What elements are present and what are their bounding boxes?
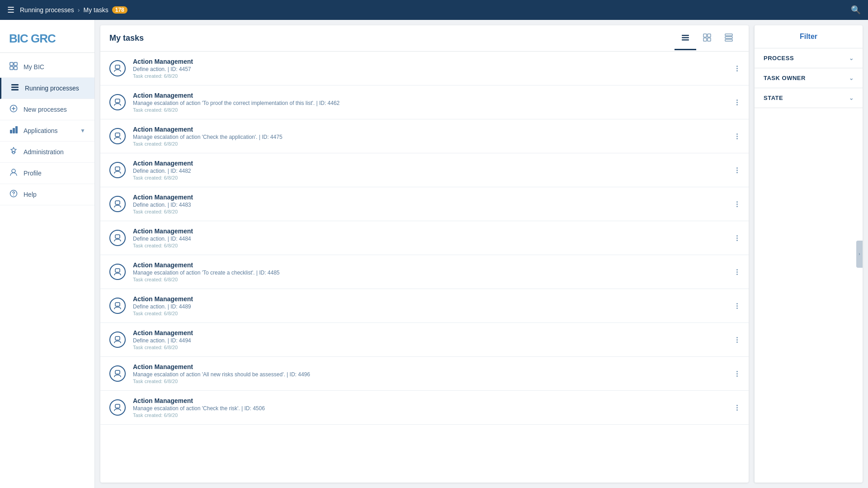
- task-item[interactable]: Action Management Manage escalation of a…: [100, 391, 749, 425]
- task-item[interactable]: Action Management Define action. | ID: 4…: [100, 323, 749, 357]
- sidebar-item-my-bic[interactable]: My BIC: [0, 57, 94, 78]
- svg-rect-30: [115, 235, 120, 238]
- task-item[interactable]: Action Management Manage escalation of a…: [100, 119, 749, 153]
- svg-rect-4: [11, 84, 19, 85]
- sidebar-label-help: Help: [24, 191, 37, 198]
- task-menu-button[interactable]: [735, 267, 740, 277]
- help-icon: [9, 190, 18, 199]
- filter-task-owner-toggle[interactable]: TASK OWNER ⌄: [755, 68, 863, 88]
- task-date: Task created: 6/8/20: [133, 379, 727, 384]
- svg-rect-35: [115, 404, 120, 408]
- task-date: Task created: 6/9/20: [133, 412, 727, 418]
- task-menu-button[interactable]: [735, 233, 740, 243]
- tab-settings-view[interactable]: [718, 27, 740, 50]
- task-menu-button[interactable]: [735, 403, 740, 412]
- task-avatar: [109, 399, 126, 416]
- task-date: Task created: 6/8/20: [133, 73, 727, 79]
- filter-state-label: STATE: [764, 95, 783, 101]
- task-item[interactable]: Action Management Define action. | ID: 4…: [100, 52, 749, 85]
- task-desc: Define action. | ID: 4484: [133, 236, 727, 242]
- filter-section-process: PROCESS ⌄: [755, 48, 863, 68]
- task-desc: Define action. | ID: 4457: [133, 66, 727, 72]
- running-processes-icon: [10, 83, 19, 93]
- task-date: Task created: 6/8/20: [133, 107, 727, 113]
- svg-rect-24: [725, 39, 732, 41]
- task-info: Action Management Manage escalation of a…: [133, 126, 727, 147]
- task-name: Action Management: [133, 58, 727, 65]
- sidebar-item-applications[interactable]: Applications ▼: [0, 120, 94, 142]
- task-menu-button[interactable]: [735, 132, 740, 141]
- sidebar-label-applications: Applications: [24, 127, 58, 134]
- filter-state-toggle[interactable]: STATE ⌄: [755, 88, 863, 108]
- task-info: Action Management Define action. | ID: 4…: [133, 295, 727, 316]
- sidebar-item-running-processes[interactable]: Running processes: [0, 78, 94, 99]
- sidebar-label-administration: Administration: [24, 148, 64, 156]
- task-menu-button[interactable]: [735, 64, 740, 73]
- tab-list-view[interactable]: [675, 27, 696, 50]
- task-name: Action Management: [133, 92, 727, 99]
- svg-rect-3: [14, 66, 17, 70]
- task-item[interactable]: Action Management Define action. | ID: 4…: [100, 289, 749, 323]
- task-desc: Manage escalation of action 'All new ris…: [133, 371, 727, 378]
- logo-grc: GRC: [28, 32, 56, 45]
- svg-rect-10: [15, 126, 18, 133]
- task-avatar: [109, 365, 126, 382]
- logo-bic: BIC: [9, 32, 28, 45]
- profile-icon: [9, 168, 18, 178]
- task-menu-button[interactable]: [735, 335, 740, 345]
- task-name: Action Management: [133, 261, 727, 269]
- task-menu-button[interactable]: [735, 369, 740, 379]
- sidebar-item-new-processes[interactable]: New processes: [0, 99, 94, 120]
- svg-rect-34: [115, 370, 120, 374]
- task-desc: Define action. | ID: 4483: [133, 202, 727, 208]
- filter-task-owner-label: TASK OWNER: [764, 75, 806, 81]
- svg-rect-8: [10, 130, 12, 133]
- administration-icon: [9, 147, 18, 157]
- breadcrumb-my-tasks[interactable]: My tasks: [84, 6, 108, 14]
- svg-point-12: [12, 169, 15, 173]
- task-avatar: [109, 298, 126, 314]
- tab-grid-view[interactable]: [696, 27, 718, 50]
- task-menu-button[interactable]: [735, 98, 740, 107]
- task-desc: Manage escalation of action 'To proof th…: [133, 100, 727, 106]
- task-item[interactable]: Action Management Manage escalation of a…: [100, 255, 749, 289]
- sidebar-item-profile[interactable]: Profile: [0, 163, 94, 184]
- task-date: Task created: 6/8/20: [133, 209, 727, 214]
- task-avatar: [109, 230, 126, 246]
- task-menu-button[interactable]: [735, 301, 740, 311]
- svg-rect-9: [13, 128, 15, 133]
- search-button[interactable]: 🔍: [851, 5, 861, 15]
- task-name: Action Management: [133, 160, 727, 167]
- task-item[interactable]: Action Management Manage escalation of a…: [100, 357, 749, 391]
- svg-rect-1: [14, 62, 17, 66]
- filter-process-toggle[interactable]: PROCESS ⌄: [755, 48, 863, 68]
- filter-process-label: PROCESS: [764, 55, 794, 62]
- task-item[interactable]: Action Management Define action. | ID: 4…: [100, 153, 749, 187]
- svg-rect-0: [10, 62, 13, 66]
- sidebar-label-my-bic: My BIC: [24, 63, 44, 71]
- svg-rect-5: [11, 87, 19, 88]
- filter-process-chevron-icon: ⌄: [849, 55, 854, 62]
- task-menu-button[interactable]: [735, 166, 740, 175]
- svg-point-14: [13, 195, 14, 196]
- top-nav: ☰ Running processes › My tasks 178 🔍: [0, 0, 868, 20]
- main-layout: BIC GRC My BIC Running processes N: [0, 20, 868, 488]
- task-item[interactable]: Action Management Manage escalation of a…: [100, 85, 749, 119]
- task-menu-button[interactable]: [735, 199, 740, 209]
- task-item[interactable]: Action Management Define action. | ID: 4…: [100, 187, 749, 221]
- task-name: Action Management: [133, 363, 727, 370]
- hamburger-menu[interactable]: ☰: [7, 5, 14, 15]
- svg-rect-25: [115, 65, 120, 69]
- sidebar-logo: BIC GRC: [0, 20, 94, 53]
- breadcrumb-running-processes[interactable]: Running processes: [20, 6, 74, 14]
- sidebar-item-administration[interactable]: Administration: [0, 142, 94, 163]
- sidebar-item-help[interactable]: Help: [0, 184, 94, 205]
- task-item[interactable]: Action Management Define action. | ID: 4…: [100, 221, 749, 255]
- content-area: My tasks: [95, 20, 868, 488]
- task-date: Task created: 6/8/20: [133, 141, 727, 147]
- svg-rect-28: [115, 167, 120, 171]
- filter-collapse-tab[interactable]: ›: [856, 241, 863, 268]
- filter-state-chevron-icon: ⌄: [849, 95, 854, 101]
- task-name: Action Management: [133, 194, 727, 201]
- sidebar: BIC GRC My BIC Running processes N: [0, 20, 95, 488]
